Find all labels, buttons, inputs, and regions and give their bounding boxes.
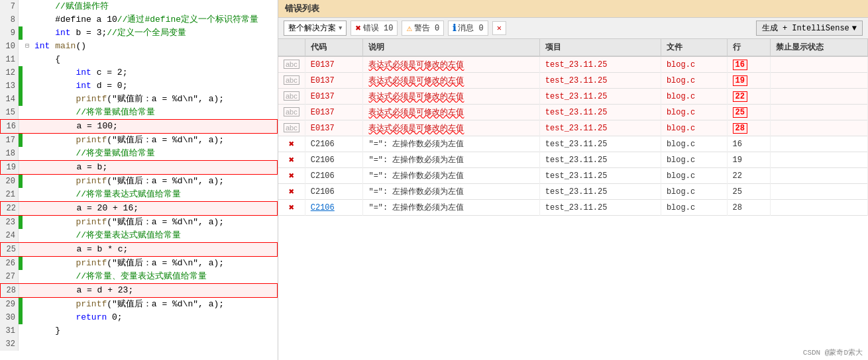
collapse-marker bbox=[23, 161, 32, 174]
collapse-marker bbox=[23, 26, 32, 40]
suppress-filter-badge[interactable]: ✕ bbox=[492, 21, 506, 35]
build-label: 生成 + IntelliSense bbox=[762, 22, 849, 34]
line-number: 14 bbox=[0, 93, 19, 106]
table-row[interactable]: abcE0137表达式必须是可修改的左值test_23.11.25blog.c1… bbox=[278, 56, 868, 73]
code-line-8: 8 #define a 10//通过#define定义一个标识符常量 bbox=[0, 13, 278, 26]
row-suppress-status bbox=[770, 89, 867, 105]
row-description: 表达式必须是可修改的左值 bbox=[363, 56, 539, 73]
row-code[interactable]: C2106 bbox=[305, 168, 363, 184]
row-file: blog.c bbox=[661, 73, 727, 89]
row-line: 19 bbox=[727, 152, 770, 168]
col-desc[interactable]: 说明 bbox=[363, 39, 539, 56]
col-icon bbox=[278, 39, 305, 56]
row-code[interactable]: C2106 bbox=[305, 184, 363, 200]
row-description: "=": 左操作数必须为左值 bbox=[363, 152, 539, 168]
code-content: int main() bbox=[32, 40, 89, 53]
code-line-14: 14 printf("赋值前：a = %d\n", a); bbox=[0, 93, 278, 106]
warn-abc-icon: abc bbox=[284, 107, 299, 116]
code-content: //将变量赋值给常量 bbox=[32, 147, 158, 160]
code-content: int b = 3;//定义一个全局变量 bbox=[32, 26, 189, 40]
collapse-marker bbox=[23, 284, 32, 297]
row-code[interactable]: C2106 bbox=[305, 136, 363, 152]
line-number: 16 bbox=[1, 120, 19, 133]
line-number: 15 bbox=[0, 106, 19, 119]
collapse-marker bbox=[23, 147, 32, 160]
row-suppress-status bbox=[770, 73, 867, 89]
row-code[interactable]: C2106 bbox=[305, 152, 363, 168]
row-code[interactable]: E0137 bbox=[305, 89, 363, 105]
row-project: test_23.11.25 bbox=[539, 152, 661, 168]
build-intellisense-button[interactable]: 生成 + IntelliSense ▼ bbox=[756, 21, 863, 36]
row-line: 25 bbox=[727, 105, 770, 120]
row-description: 表达式必须是可修改的左值 bbox=[363, 105, 539, 120]
collapse-marker bbox=[23, 106, 32, 119]
code-content: printf("赋值前：a = %d\n", a); bbox=[32, 93, 227, 106]
line-number: 29 bbox=[0, 298, 19, 311]
col-suppress[interactable]: 禁止显示状态 bbox=[770, 39, 867, 56]
table-row[interactable]: abcE0137表达式必须是可修改的左值test_23.11.25blog.c2… bbox=[278, 89, 868, 105]
error-count-badge[interactable]: ✖ 错误 10 bbox=[351, 21, 398, 36]
row-project: test_23.11.25 bbox=[539, 120, 661, 136]
line-number: 21 bbox=[0, 188, 19, 201]
col-code[interactable]: 代码 bbox=[305, 39, 363, 56]
warn-count-badge[interactable]: ⚠ 警告 0 bbox=[402, 21, 444, 36]
code-content: //赋值操作符 bbox=[32, 0, 111, 13]
code-content: printf("赋值后：a = %d\n", a); bbox=[32, 216, 227, 229]
error-count-label: 错误 10 bbox=[363, 22, 394, 34]
collapse-marker bbox=[23, 324, 32, 338]
col-line[interactable]: 行 bbox=[727, 39, 770, 56]
row-code[interactable]: E0137 bbox=[305, 56, 363, 73]
code-content: a = d + 23; bbox=[32, 284, 136, 297]
collapse-marker bbox=[23, 134, 32, 147]
line-number: 30 bbox=[0, 311, 19, 324]
col-project[interactable]: 项目 bbox=[539, 39, 661, 56]
row-type-icon: abc bbox=[278, 89, 305, 105]
row-file: blog.c bbox=[661, 89, 727, 105]
row-code[interactable]: E0137 bbox=[305, 120, 363, 136]
warn-triangle-icon: ⚠ bbox=[406, 22, 411, 34]
line-number: 26 bbox=[0, 257, 19, 270]
row-suppress-status bbox=[770, 120, 867, 136]
table-row[interactable]: abcE0137表达式必须是可修改的左值test_23.11.25blog.c2… bbox=[278, 120, 868, 136]
table-row[interactable]: ✖C2106"=": 左操作数必须为左值test_23.11.25blog.c1… bbox=[278, 152, 868, 168]
filter-label: 整个解决方案 bbox=[288, 22, 336, 34]
code-line-17: 17 printf("赋值后：a = %d\n", a); bbox=[0, 134, 278, 147]
table-row[interactable]: ✖C2106"=": 左操作数必须为左值test_23.11.25blog.c2… bbox=[278, 168, 868, 184]
collapse-marker bbox=[23, 93, 32, 106]
row-code[interactable]: E0137 bbox=[305, 73, 363, 89]
table-row[interactable]: ✖C2106"=": 左操作数必须为左值test_23.11.25blog.c2… bbox=[278, 200, 868, 216]
row-file: blog.c bbox=[661, 56, 727, 73]
row-suppress-status bbox=[770, 200, 867, 216]
code-content: a = 100; bbox=[32, 120, 121, 133]
code-content: #define a 10//通过#define定义一个标识符常量 bbox=[32, 13, 261, 26]
line-number: 24 bbox=[0, 229, 19, 242]
table-row[interactable]: abcE0137表达式必须是可修改的左值test_23.11.25blog.c2… bbox=[278, 105, 868, 120]
table-row[interactable]: ✖C2106"=": 左操作数必须为左值test_23.11.25blog.c1… bbox=[278, 136, 868, 152]
row-project: test_23.11.25 bbox=[539, 184, 661, 200]
line-number: 25 bbox=[1, 243, 19, 256]
info-count-badge[interactable]: ℹ 消息 0 bbox=[448, 21, 488, 36]
col-file[interactable]: 文件 bbox=[661, 39, 727, 56]
row-description: 表达式必须是可修改的左值 bbox=[363, 73, 539, 89]
code-content: printf("赋值后：a = %d\n", a); bbox=[32, 257, 227, 270]
row-description: "=": 左操作数必须为左值 bbox=[363, 136, 539, 152]
row-description: 表达式必须是可修改的左值 bbox=[363, 89, 539, 105]
line-number: 10 bbox=[0, 40, 19, 53]
table-row[interactable]: ✖C2106"=": 左操作数必须为左值test_23.11.25blog.c2… bbox=[278, 184, 868, 200]
code-content: //将常量表达式赋值给常量 bbox=[32, 188, 184, 201]
error-circle-icon: ✖ bbox=[289, 155, 294, 165]
table-header-row: 代码 说明 项目 文件 行 禁止显示状态 bbox=[278, 39, 868, 56]
code-content: return 0; bbox=[32, 311, 125, 324]
row-code[interactable]: E0137 bbox=[305, 105, 363, 120]
row-file: blog.c bbox=[661, 168, 727, 184]
line-number: 32 bbox=[0, 338, 19, 351]
line-number: 9 bbox=[0, 26, 19, 40]
collapse-marker[interactable]: ⊟ bbox=[23, 40, 32, 53]
table-row[interactable]: abcE0137表达式必须是可修改的左值test_23.11.25blog.c1… bbox=[278, 73, 868, 89]
code-line-23: 23 printf("赋值后：a = %d\n", a); bbox=[0, 216, 278, 229]
line-number: 13 bbox=[0, 79, 19, 93]
code-line-15: 15 //将常量赋值给常量 bbox=[0, 106, 278, 119]
row-code[interactable]: C2106 bbox=[305, 200, 363, 216]
code-content: { bbox=[32, 53, 63, 66]
solution-filter-dropdown[interactable]: 整个解决方案 ▼ bbox=[284, 21, 347, 36]
